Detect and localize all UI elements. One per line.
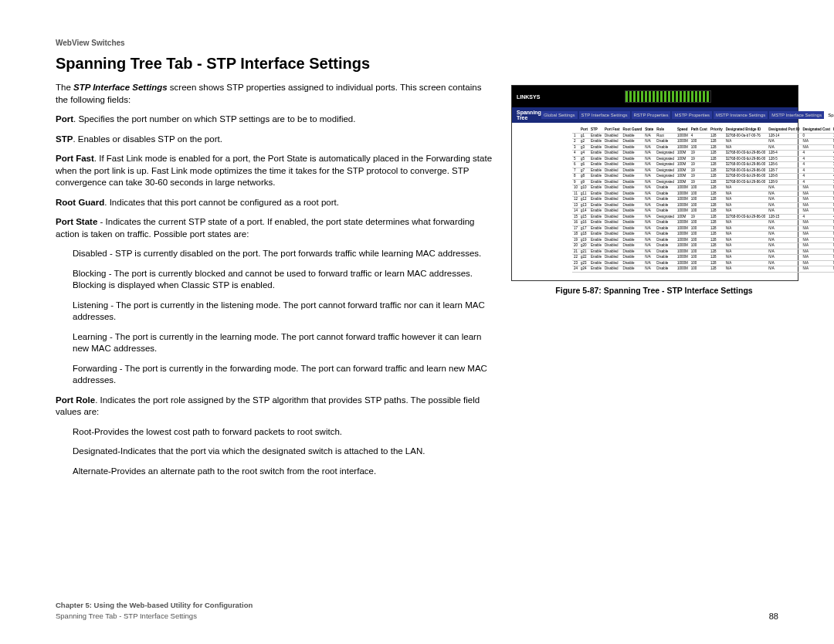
column-header: Root Guard [622, 127, 644, 133]
figure-screenshot: LINKSYS Spanning Tree Global SettingsSTP… [511, 85, 797, 295]
table-row: 20g20EnableDisabledDisableN/ADisable1000… [572, 243, 834, 249]
table-row: 2g2EnableDisabledDisableN/ADisable1000M1… [572, 139, 834, 145]
field-port-name: Port [56, 114, 73, 124]
table-row: 7g7EnableDisabledDisableN/ADesignated100… [572, 168, 834, 174]
state-disabled: Disabled - STP is currently disabled on … [73, 248, 496, 260]
field-port-desc: . Specifies the port number on which STP… [73, 114, 355, 124]
column-header: STP [589, 127, 603, 133]
role-designated: Designated-Indicates that the port via w… [73, 446, 496, 458]
column-header: Priority [709, 127, 724, 133]
tab-item[interactable]: MSTP Instance Settings [714, 111, 768, 119]
main-text: The STP Interface Settings screen shows … [56, 82, 496, 485]
state-listening: Listening - The port is currently in the… [73, 300, 496, 324]
tab-item[interactable]: STP Interface Settings [579, 111, 630, 119]
column-header: Designated Bridge ID [724, 127, 768, 133]
table-row: 11g11EnableDisabledDisableN/ADisable1000… [572, 191, 834, 197]
tab-item[interactable]: Global Settings [541, 111, 578, 119]
table-row: 16g16EnableDisabledDisableN/ADisable1000… [572, 220, 834, 226]
field-fast-desc: . If Fast Link mode is enabled for a por… [56, 154, 492, 187]
column-header: Designated Cost [801, 127, 832, 133]
field-state-desc: - Indicates the current STP state of a p… [56, 217, 475, 239]
column-header: Port Fast [603, 127, 622, 133]
tab-item[interactable]: MSTP Interface Settings [769, 111, 824, 119]
table-row: 9g9EnableDisabledDisableN/ADesignated100… [572, 179, 834, 185]
field-stp-desc: . Enables or disables STP on the port. [73, 134, 222, 144]
field-root-desc: . Indicates that this port cannot be con… [104, 198, 339, 207]
footer-line2: Spanning Tree Tab - STP Interface Settin… [56, 611, 253, 621]
state-forwarding: Forwarding - The port is currently in th… [73, 363, 496, 387]
state-blocking: Blocking - The port is currently blocked… [73, 268, 496, 292]
intro-em: STP Interface Settings [73, 83, 168, 92]
table-row: 17g17EnableDisabledDisableN/ADisable1000… [572, 225, 834, 232]
role-alternate: Alternate-Provides an alternate path to … [73, 466, 496, 478]
table-row: 13g13EnableDisabledDisableN/ADisable1000… [572, 202, 834, 208]
footer-line1: Chapter 5: Using the Web-based Utility f… [56, 600, 253, 610]
column-header [572, 127, 579, 133]
page-title: Spanning Tree Tab - STP Interface Settin… [56, 55, 778, 73]
field-root-name: Root Guard [56, 198, 104, 207]
table-row: 5g5EnableDisabledDisableN/ADesignated100… [572, 156, 834, 162]
column-header: State [643, 127, 655, 133]
column-header: Path Cost [690, 127, 709, 133]
table-row: 12g12EnableDisabledDisableN/ADisable1000… [572, 197, 834, 203]
tab-item[interactable]: MSTP Properties [672, 111, 712, 119]
brand-logo: LINKSYS [517, 94, 540, 100]
column-header: Port [579, 127, 589, 133]
intro-prefix: The [56, 83, 73, 92]
field-role-desc: . Indicates the port role assigned by th… [56, 395, 480, 417]
tab-item[interactable]: RSTP Properties [632, 111, 671, 119]
table-row: 21g21EnableDisabledDisableN/ADisable1000… [572, 249, 834, 255]
table-row: 10g10EnableDisabledDisableN/ADisable1000… [572, 185, 834, 192]
field-stp-name: STP [56, 134, 73, 144]
field-fast-name: Port Fast [56, 154, 94, 163]
field-role-name: Port Role [56, 395, 95, 405]
table-row: 24g24EnableDisabledDisableN/ADisable1000… [572, 266, 834, 273]
stp-table: PortSTPPort FastRoot GuardStateRoleSpeed… [572, 127, 834, 273]
page-footer: Chapter 5: Using the Web-based Utility f… [56, 600, 778, 621]
table-row: 15g15EnableDisabledDisableN/ADesignated1… [572, 214, 834, 220]
sidebar-title: Spanning Tree [512, 110, 541, 120]
table-row: 4g4EnableDisabledDisableN/ADesignated100… [572, 151, 834, 157]
state-learning: Learning - The port is currently in the … [73, 331, 496, 355]
table-row: 23g23EnableDisabledDisableN/ADisable1000… [572, 260, 834, 266]
switch-port-leds [625, 90, 711, 103]
table-row: 19g19EnableDisabledDisableN/ADisable1000… [572, 237, 834, 243]
tab-active[interactable]: Spanning Tree [826, 111, 834, 119]
table-row: 6g6EnableDisabledDisableN/ADesignated100… [572, 162, 834, 168]
table-row: 1g1EnableDisabledDisableN/ARoot1000M4128… [572, 133, 834, 139]
column-header: Speed [676, 127, 690, 133]
table-row: 8g8EnableDisabledDisableN/ADesignated100… [572, 174, 834, 180]
table-row: 3g3EnableDisabledDisableN/ADisable1000M1… [572, 144, 834, 151]
page-number: 88 [769, 612, 778, 621]
table-row: 18g18EnableDisabledDisableN/ADisable1000… [572, 232, 834, 238]
field-state-name: Port State [56, 217, 97, 226]
role-root: Root-Provides the lowest cost path to fo… [73, 426, 496, 439]
product-line: WebView Switches [56, 39, 778, 47]
table-row: 14g14EnableDisabledDisableN/ADisable1000… [572, 208, 834, 215]
figure-caption: Figure 5-87: Spanning Tree - STP Interfa… [511, 286, 797, 295]
table-row: 22g22EnableDisabledDisableN/ADisable1000… [572, 255, 834, 261]
column-header: Designated Port ID [767, 127, 801, 133]
column-header: Role [655, 127, 676, 133]
